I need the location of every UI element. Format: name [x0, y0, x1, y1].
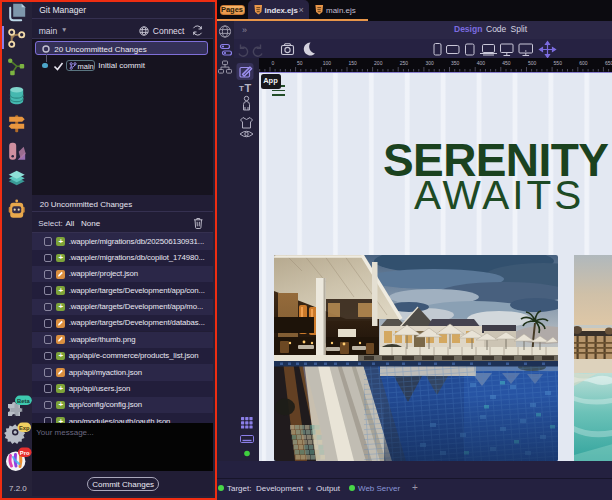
- svg-text:550: 550: [554, 60, 563, 66]
- svg-text:200: 200: [374, 60, 383, 66]
- svg-text:Pro: Pro: [20, 450, 30, 456]
- svg-text:T: T: [239, 84, 244, 93]
- svg-text:0: 0: [272, 60, 275, 66]
- svg-text:7.2.0: 7.2.0: [9, 484, 27, 493]
- svg-text:250: 250: [400, 60, 409, 66]
- svg-text:300: 300: [425, 60, 434, 66]
- svg-text:T: T: [244, 82, 251, 94]
- svg-text:Beta: Beta: [17, 398, 30, 404]
- svg-text:50: 50: [297, 60, 303, 66]
- svg-text:500: 500: [528, 60, 537, 66]
- svg-text:400: 400: [477, 60, 486, 66]
- svg-text:650: 650: [605, 60, 612, 66]
- svg-text:350: 350: [451, 60, 460, 66]
- svg-text:100: 100: [323, 60, 332, 66]
- svg-text:600: 600: [579, 60, 588, 66]
- svg-text:450: 450: [502, 60, 511, 66]
- svg-text:150: 150: [349, 60, 358, 66]
- svg-text:Exp: Exp: [19, 425, 30, 431]
